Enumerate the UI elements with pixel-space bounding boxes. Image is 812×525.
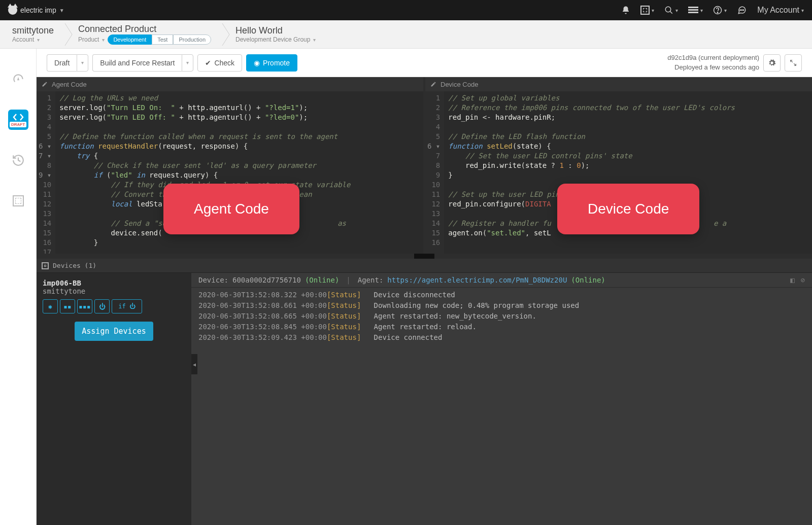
- pill-test[interactable]: Test: [152, 34, 173, 45]
- agent-status: (Online): [571, 276, 605, 284]
- agent-editor[interactable]: Agent Code 123456 ▾7 ▾89 ▾10111213141516…: [37, 77, 423, 254]
- breadcrumb-bar: smittytone Account ▾ Connected Product P…: [0, 20, 812, 49]
- build-caret[interactable]: ▾: [182, 54, 193, 72]
- crumb-group-title: Hello World: [235, 25, 316, 36]
- promote-button[interactable]: ◉ Promote: [246, 54, 297, 72]
- editors-row: Agent Code 123456 ▾7 ▾89 ▾10111213141516…: [37, 77, 812, 254]
- build-button[interactable]: Build and Force Restart: [92, 54, 182, 72]
- agent-callout: Agent Code: [163, 184, 299, 234]
- agent-label: Agent:: [358, 276, 384, 284]
- agent-editor-title: Agent Code: [52, 81, 87, 88]
- device-settings-icon[interactable]: ✱: [43, 299, 58, 313]
- svg-line-1: [670, 11, 673, 14]
- log-line: 2020-06-30T13:52:08.665 +00:00[Status] A…: [198, 311, 805, 322]
- svg-line-10: [791, 60, 793, 62]
- devices-header-label: Devices (1): [53, 262, 96, 269]
- collapse-handle[interactable]: ◀: [191, 354, 197, 374]
- device-list: imp006-BB smittytone ✱ ▪▪ ▪▪▪ ⏻ if ⏻ Ass…: [37, 273, 191, 525]
- chip-icon: [42, 262, 49, 269]
- breadcrumb-sep: [64, 23, 74, 46]
- help-icon[interactable]: ▾: [713, 6, 727, 15]
- log-line: 2020-06-30T13:52:08.845 +00:00[Status] A…: [198, 322, 805, 332]
- svg-point-9: [743, 10, 745, 11]
- env-pills: Development Test Production: [108, 34, 211, 45]
- device-if-power-button[interactable]: if ⏻: [112, 299, 142, 313]
- log-panel: Device: 600a0002d7756710 (Online) | Agen…: [191, 273, 812, 525]
- pill-development[interactable]: Development: [108, 34, 152, 45]
- device-power-icon[interactable]: ⏻: [94, 299, 110, 313]
- crumb-account-title: smittytone: [12, 25, 54, 36]
- device-owner: smittytone: [43, 287, 185, 295]
- assign-devices-button[interactable]: Assign Devices: [75, 322, 153, 341]
- pencil-icon: [430, 81, 436, 87]
- eraser-icon[interactable]: ◧: [790, 276, 794, 284]
- vertical-splitter[interactable]: [37, 254, 812, 259]
- device-id: 600a0002d7756710: [232, 276, 301, 284]
- log-header: Device: 600a0002d7756710 (Online) | Agen…: [191, 273, 812, 288]
- device-grid2-icon[interactable]: ▪▪▪: [77, 299, 92, 313]
- crumb-product-sub: Product: [78, 36, 99, 43]
- chat-icon[interactable]: [737, 6, 747, 15]
- log-line: 2020-06-30T13:52:08.661 +00:00[Status] D…: [198, 300, 805, 311]
- rail-chip-icon[interactable]: [8, 191, 28, 211]
- crumb-account-sub: Account: [12, 36, 34, 43]
- draft-caret[interactable]: ▾: [77, 54, 88, 72]
- brand-logo[interactable]: electric imp ▼: [8, 6, 64, 15]
- breadcrumb-sep: [221, 23, 231, 46]
- agent-gutter: 123456 ▾7 ▾89 ▾101112131415161718: [37, 91, 55, 254]
- device-status: (Online): [305, 276, 339, 284]
- stack-icon[interactable]: ▾: [688, 7, 703, 14]
- device-editor-title: Device Code: [441, 81, 478, 88]
- cat-icon: [8, 6, 17, 15]
- draft-label: Draft: [54, 59, 70, 67]
- svg-rect-4: [688, 12, 698, 13]
- log-lines[interactable]: 2020-06-30T13:52:08.322 +00:00[Status] D…: [191, 288, 812, 345]
- build-label: Build and Force Restart: [100, 59, 175, 67]
- log-line: 2020-06-30T13:52:09.423 +00:00[Status] D…: [198, 332, 805, 343]
- draft-button[interactable]: Draft: [47, 54, 77, 72]
- search-icon[interactable]: ▾: [664, 6, 678, 15]
- device-gutter: 123456 ▾78910111213141516: [425, 91, 444, 254]
- rail-dashboard-icon[interactable]: [8, 69, 28, 89]
- devices-panel: Devices (1) imp006-BB smittytone ✱ ▪▪ ▪▪…: [37, 259, 812, 525]
- pill-production[interactable]: Production: [173, 34, 211, 45]
- disable-icon[interactable]: ⊘: [801, 276, 805, 284]
- breadcrumb-account[interactable]: smittytone Account ▾: [8, 23, 64, 45]
- pencil-icon: [42, 81, 48, 87]
- left-rail: DRAFT: [0, 49, 37, 525]
- gear-icon[interactable]: [763, 54, 781, 72]
- chip-icon[interactable]: ▾: [640, 6, 654, 15]
- my-account-label: My Account: [757, 6, 799, 15]
- caret-down-icon: ▾: [37, 37, 40, 43]
- brand-text: electric imp: [20, 6, 56, 14]
- draft-badge: DRAFT: [10, 122, 26, 127]
- check-button[interactable]: ✔ Check: [197, 54, 242, 72]
- log-line: 2020-06-30T13:52:08.322 +00:00[Status] D…: [198, 290, 805, 300]
- agent-url-link[interactable]: https://agent.electricimp.com/PmN_D8DWz2…: [387, 276, 567, 284]
- svg-rect-3: [688, 9, 698, 11]
- device-id-label: Device:: [198, 276, 228, 284]
- draft-dropdown[interactable]: Draft ▾: [47, 54, 88, 72]
- svg-rect-2: [688, 7, 698, 8]
- crumb-product-title: Connected Product: [78, 24, 211, 34]
- breadcrumb-product[interactable]: Connected Product Product ▾ Development …: [74, 22, 221, 47]
- deploy-info: d92c1d9a (current deployment) Deployed a…: [667, 53, 759, 72]
- breadcrumb-group[interactable]: Hello World Development Device Group ▾: [231, 23, 326, 45]
- device-grid1-icon[interactable]: ▪▪: [60, 299, 75, 313]
- device-name[interactable]: imp006-BB: [43, 279, 185, 287]
- rail-history-icon[interactable]: [8, 150, 28, 170]
- build-dropdown[interactable]: Build and Force Restart ▾: [92, 54, 193, 72]
- caret-down-icon: ▾: [102, 37, 105, 43]
- bell-icon[interactable]: [621, 6, 630, 15]
- svg-point-0: [666, 7, 671, 12]
- crumb-group-sub: Development Device Group: [235, 36, 310, 43]
- fullscreen-icon[interactable]: [785, 54, 802, 72]
- caret-down-icon: ▾: [313, 37, 316, 43]
- promote-label: Promote: [263, 59, 290, 67]
- svg-line-11: [794, 63, 796, 65]
- my-account-menu[interactable]: My Account▾: [757, 6, 804, 15]
- caret-down-icon: ▼: [59, 8, 64, 13]
- top-nav: electric imp ▼ ▾ ▾ ▾ ▾ My Account▾: [0, 0, 812, 20]
- rail-code-icon[interactable]: DRAFT: [8, 110, 28, 130]
- device-editor[interactable]: Device Code 123456 ▾78910111213141516 //…: [425, 77, 812, 254]
